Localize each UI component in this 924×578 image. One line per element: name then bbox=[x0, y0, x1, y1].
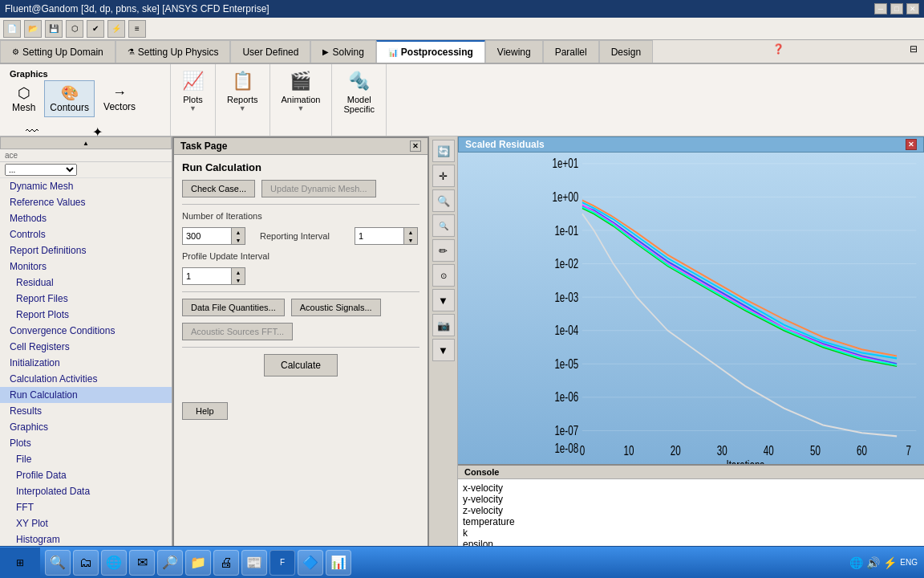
tray-network-icon[interactable]: 🌐 bbox=[849, 556, 863, 569]
svg-text:0: 0 bbox=[580, 443, 585, 458]
sidebar-item-dynamic-mesh[interactable]: Dynamic Mesh bbox=[0, 178, 172, 194]
sidebar-item-xy-plot[interactable]: XY Plot bbox=[0, 515, 172, 531]
sidebar-item-residual[interactable]: Residual bbox=[0, 275, 172, 291]
sidebar-item-monitors[interactable]: Monitors bbox=[0, 258, 172, 275]
chart-close-button[interactable]: ✕ bbox=[906, 139, 917, 150]
num-iterations-down[interactable]: ▼ bbox=[232, 236, 245, 244]
reports-ribbon-label[interactable]: Reports bbox=[227, 95, 258, 104]
num-iterations-up[interactable]: ▲ bbox=[232, 228, 245, 236]
taskbar-icon-news[interactable]: 📰 bbox=[241, 550, 267, 576]
taskbar-icon-app[interactable]: 📊 bbox=[326, 550, 351, 576]
model-specific-label[interactable]: ModelSpecific bbox=[343, 95, 375, 114]
sidebar-item-cell-registers[interactable]: Cell Registers bbox=[0, 339, 172, 355]
zoom-out-tool[interactable]: 🔍 bbox=[432, 214, 455, 237]
sidebar-item-interpolated-data[interactable]: Interpolated Data bbox=[0, 483, 172, 499]
refresh-tool[interactable]: 🔄 bbox=[432, 140, 455, 162]
tab-postprocessing[interactable]: 📊 Postprocessing bbox=[376, 40, 485, 63]
window-controls[interactable]: ─ □ ✕ bbox=[874, 3, 919, 14]
sidebar-item-reference-values[interactable]: Reference Values bbox=[0, 194, 172, 210]
title-text: Fluent@Gandom [3d, dp, pbns, ske] [ANSYS… bbox=[5, 3, 270, 14]
tab-setup-physics[interactable]: ⚗ Setting Up Physics bbox=[116, 40, 231, 63]
pick-tool[interactable]: ✏ bbox=[432, 239, 455, 262]
tab-viewing[interactable]: Viewing bbox=[485, 40, 543, 63]
scroll-down-tool[interactable]: ▼ bbox=[432, 289, 455, 311]
chart-body: Residuals continuity x-velocity y-v bbox=[458, 153, 924, 464]
taskbar-icon-print[interactable]: 🖨 bbox=[213, 550, 239, 576]
vectors-ribbon-btn[interactable]: → Vectors bbox=[98, 80, 141, 117]
acoustic-sources-button[interactable]: Acoustic Sources FFT... bbox=[182, 323, 293, 340]
tab-solving[interactable]: ▶ Solving bbox=[310, 40, 375, 63]
help-button[interactable]: Help bbox=[182, 402, 228, 420]
taskbar-icon-search[interactable]: 🔍 bbox=[45, 550, 71, 576]
taskbar-icon-mail[interactable]: ✉ bbox=[129, 550, 155, 576]
taskbar-icon-browser[interactable]: 🌐 bbox=[101, 550, 127, 576]
tab-user-defined[interactable]: User Defined bbox=[230, 40, 310, 63]
mesh-icon[interactable]: ⬡ bbox=[66, 20, 83, 38]
contours-ribbon-btn[interactable]: 🎨 Contours bbox=[44, 80, 95, 117]
tray-speaker-icon[interactable]: 🔊 bbox=[866, 556, 880, 569]
profile-down[interactable]: ▼ bbox=[232, 276, 245, 284]
taskbar-icon-files[interactable]: 🗂 bbox=[73, 550, 99, 576]
sidebar-item-report-definitions[interactable]: Report Definitions bbox=[0, 242, 172, 258]
sidebar-item-convergence-conditions[interactable]: Convergence Conditions bbox=[0, 323, 172, 339]
face-select[interactable]: ... bbox=[5, 164, 77, 176]
save-icon[interactable]: 💾 bbox=[45, 20, 63, 38]
tab-setup-domain[interactable]: ⚙ Setting Up Domain bbox=[0, 40, 116, 63]
help-button[interactable]: ❓ bbox=[766, 40, 791, 63]
reporting-up[interactable]: ▲ bbox=[404, 228, 417, 236]
maximize-button[interactable]: □ bbox=[890, 3, 903, 14]
sidebar-item-profile-data[interactable]: Profile Data bbox=[0, 467, 172, 483]
animation-ribbon-label[interactable]: Animation bbox=[282, 95, 321, 104]
sidebar-item-fft[interactable]: FFT bbox=[0, 499, 172, 515]
data-file-button[interactable]: Data File Quantities... bbox=[182, 299, 285, 316]
tray-power-icon[interactable]: ⚡ bbox=[883, 556, 897, 569]
zoom-fit-tool[interactable]: ⊙ bbox=[432, 264, 455, 287]
sidebar-item-histogram[interactable]: Histogram bbox=[0, 531, 172, 547]
taskbar: ⊞ 🔍 🗂 🌐 ✉ 🔎 📁 🖨 📰 F 🔷 📊 🌐 🔊 ⚡ ENG bbox=[0, 546, 924, 578]
profile-up[interactable]: ▲ bbox=[232, 268, 245, 276]
close-button[interactable]: ✕ bbox=[906, 3, 919, 14]
reporting-down[interactable]: ▼ bbox=[404, 236, 417, 244]
calculate-button[interactable]: Calculate bbox=[264, 354, 338, 377]
acoustic-signals-button[interactable]: Acoustic Signals... bbox=[291, 299, 381, 316]
profile-update-input[interactable] bbox=[183, 270, 231, 283]
taskbar-icon-fluent[interactable]: F bbox=[270, 550, 295, 576]
zoom-in-tool[interactable]: 🔍 bbox=[432, 189, 455, 212]
tab-parallel[interactable]: Parallel bbox=[543, 40, 599, 63]
mesh-ribbon-btn[interactable]: ⬡ Mesh bbox=[6, 80, 41, 117]
sidebar-item-controls[interactable]: Controls bbox=[0, 226, 172, 242]
taskbar-icon-ansys[interactable]: 🔷 bbox=[298, 550, 323, 576]
sidebar-item-graphics[interactable]: Graphics bbox=[0, 419, 172, 435]
taskbar-icon-magnify[interactable]: 🔎 bbox=[157, 550, 183, 576]
sidebar-item-results[interactable]: Results bbox=[0, 403, 172, 419]
capture-tool[interactable]: 📷 bbox=[432, 314, 455, 336]
new-file-icon[interactable]: 📄 bbox=[3, 20, 21, 38]
sidebar-item-report-files[interactable]: Report Files bbox=[0, 291, 172, 307]
sidebar-item-report-plots[interactable]: Report Plots bbox=[0, 307, 172, 323]
move-tool[interactable]: ✛ bbox=[432, 165, 455, 187]
options-icon[interactable]: ≡ bbox=[128, 20, 146, 38]
plots-ribbon-label[interactable]: Plots bbox=[183, 95, 202, 104]
sidebar-scroll-up[interactable]: ▲ bbox=[0, 136, 172, 149]
svg-text:7: 7 bbox=[906, 443, 910, 458]
task-pane-close-button[interactable]: ✕ bbox=[410, 140, 421, 152]
expand-tool[interactable]: ▼ bbox=[432, 339, 455, 361]
open-icon[interactable]: 📂 bbox=[24, 20, 42, 38]
sidebar-item-initialization[interactable]: Initialization bbox=[0, 355, 172, 371]
check-case-button[interactable]: Check Case... bbox=[182, 180, 255, 197]
check-icon[interactable]: ✔ bbox=[87, 20, 104, 38]
layout-button[interactable]: ⊟ bbox=[903, 40, 924, 63]
tab-design[interactable]: Design bbox=[599, 40, 653, 63]
num-iterations-input[interactable] bbox=[183, 230, 231, 242]
sidebar-item-methods[interactable]: Methods bbox=[0, 210, 172, 226]
update-dynamic-button[interactable]: Update Dynamic Mesh... bbox=[261, 180, 375, 197]
sidebar-item-plots[interactable]: Plots bbox=[0, 435, 172, 451]
minimize-button[interactable]: ─ bbox=[874, 3, 887, 14]
sidebar-item-file[interactable]: File bbox=[0, 451, 172, 467]
reporting-interval-input[interactable] bbox=[355, 230, 403, 242]
sidebar-item-run-calculation[interactable]: Run Calculation bbox=[0, 387, 172, 403]
sidebar-item-calculation-activities[interactable]: Calculation Activities bbox=[0, 371, 172, 387]
start-button[interactable]: ⊞ bbox=[0, 547, 40, 578]
parallel-icon[interactable]: ⚡ bbox=[107, 20, 125, 38]
taskbar-icon-folder[interactable]: 📁 bbox=[185, 550, 211, 576]
